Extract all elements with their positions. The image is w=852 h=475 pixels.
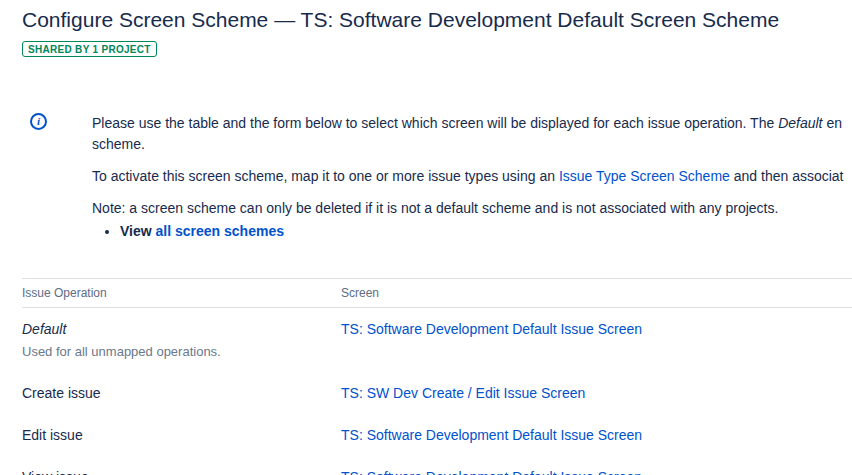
column-header-issue-operation: Issue Operation — [22, 279, 341, 308]
info-p2-after: and then associat — [730, 168, 844, 184]
screen-link[interactable]: TS: Software Development Default Issue S… — [341, 321, 642, 337]
operation-name: View issue — [22, 469, 341, 475]
column-header-screen: Screen — [341, 279, 852, 308]
info-paragraph-2: To activate this screen scheme, map it t… — [92, 166, 844, 187]
screen-scheme-table: Issue Operation Screen Default Used for … — [22, 278, 852, 475]
info-p1-default-em: Default — [778, 115, 822, 131]
screen-link[interactable]: TS: Software Development Default Issue S… — [341, 427, 642, 443]
operation-name: Create issue — [22, 385, 341, 401]
info-paragraph-1: Please use the table and the form below … — [92, 113, 844, 155]
info-message: i Please use the table and the form belo… — [22, 113, 852, 242]
table-row: Create issue TS: SW Dev Create / Edit Is… — [22, 372, 852, 414]
all-screen-schemes-link[interactable]: all screen schemes — [156, 223, 284, 239]
info-icon: i — [30, 113, 47, 130]
operation-description: Used for all unmapped operations. — [22, 344, 341, 359]
info-paragraph-3: Note: a screen scheme can only be delete… — [92, 198, 844, 219]
operation-name: Default — [22, 321, 341, 337]
shared-by-projects-badge[interactable]: SHARED BY 1 PROJECT — [22, 41, 157, 57]
info-bullet-list: View all screen schemes — [120, 221, 844, 242]
info-p1-before: Please use the table and the form below … — [92, 115, 778, 131]
page-title: Configure Screen Scheme — TS: Software D… — [22, 8, 852, 32]
operation-name: Edit issue — [22, 427, 341, 443]
issue-type-screen-scheme-link[interactable]: Issue Type Screen Scheme — [559, 168, 730, 184]
table-header-row: Issue Operation Screen — [22, 279, 852, 308]
table-row: View issue TS: Software Development Defa… — [22, 456, 852, 475]
view-all-screen-schemes-item: View all screen schemes — [120, 221, 844, 242]
info-p1-line2: scheme. — [92, 134, 844, 155]
configure-screen-scheme-page: Configure Screen Scheme — TS: Software D… — [0, 0, 852, 475]
table-row: Edit issue TS: Software Development Defa… — [22, 414, 852, 456]
screen-link[interactable]: TS: Software Development Default Issue S… — [341, 469, 642, 475]
info-text: Please use the table and the form below … — [92, 113, 844, 242]
info-p1-after: en — [823, 115, 842, 131]
table-row: Default Used for all unmapped operations… — [22, 308, 852, 373]
screen-link[interactable]: TS: SW Dev Create / Edit Issue Screen — [341, 385, 585, 401]
info-p2-before: To activate this screen scheme, map it t… — [92, 168, 559, 184]
view-label: View — [120, 223, 152, 239]
